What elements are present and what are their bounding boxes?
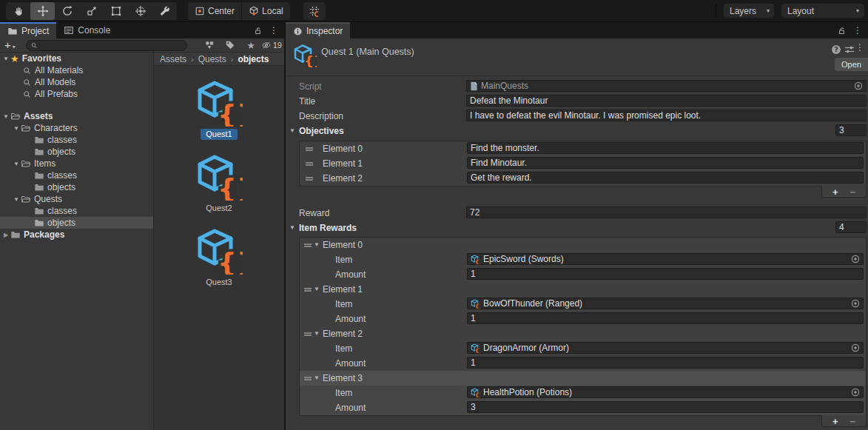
foldout-open-icon[interactable]: ▼: [1, 113, 10, 120]
objective-1-field[interactable]: Find Minotaur.: [467, 157, 864, 169]
rotate-tool-icon[interactable]: [55, 2, 79, 20]
remove-element-button[interactable]: −: [850, 417, 856, 426]
grid-snap-button[interactable]: [303, 2, 326, 20]
breadcrumb-segment[interactable]: Assets: [160, 54, 186, 64]
tree-item-items[interactable]: ▼ Items: [0, 158, 153, 169]
search-by-label-button[interactable]: [220, 39, 240, 52]
amount-field[interactable]: 1: [467, 312, 864, 324]
element-header[interactable]: ▼ Element 0: [300, 238, 866, 252]
title-field[interactable]: Defeat the Minotaur: [466, 95, 867, 107]
script-field[interactable]: MainQuests: [466, 80, 867, 92]
item-rewards-element-2[interactable]: ▼ Element 2 Item DragonArmor (Armor) Amo…: [300, 326, 866, 371]
objective-0-field[interactable]: Find the monster.: [467, 142, 864, 154]
tree-item-quests-classes[interactable]: classes: [0, 205, 153, 217]
add-element-button[interactable]: +: [832, 417, 838, 426]
description-field[interactable]: I have to defeat the evil Minotaur. I wa…: [466, 110, 867, 121]
tree-item-all-models[interactable]: All Models: [0, 76, 153, 88]
asset-item-quest3[interactable]: Quest3: [175, 227, 263, 289]
drag-handle-icon[interactable]: [306, 177, 313, 181]
tree-item-quests-objects[interactable]: objects: [0, 217, 153, 229]
reward-field[interactable]: 72: [466, 206, 867, 218]
rect-tool-icon[interactable]: [104, 2, 128, 20]
foldout-open-icon[interactable]: ▼: [314, 374, 320, 381]
item-rewards-size-field[interactable]: 4: [835, 221, 867, 233]
tree-item-characters-objects[interactable]: objects: [0, 146, 153, 158]
objectives-label[interactable]: Objectives: [299, 126, 344, 136]
element-header[interactable]: ▼ Element 2: [300, 326, 866, 341]
tab-console[interactable]: Console: [56, 22, 118, 38]
kebab-menu-icon[interactable]: ⋮: [853, 26, 862, 35]
item-object-field[interactable]: BowOfThunder (Ranged): [467, 298, 864, 309]
open-button[interactable]: Open: [835, 58, 868, 71]
objectives-size-field[interactable]: 3: [835, 124, 867, 136]
drag-handle-icon[interactable]: [304, 377, 312, 380]
layout-dropdown[interactable]: Layout ▾: [781, 4, 864, 18]
custom-tools-icon[interactable]: [152, 2, 177, 20]
add-element-button[interactable]: +: [832, 187, 838, 197]
foldout-open-icon[interactable]: ▼: [314, 241, 320, 248]
object-picker-icon[interactable]: [854, 81, 863, 90]
drag-handle-icon[interactable]: [306, 147, 313, 151]
create-add-button[interactable]: + ▾: [2, 40, 18, 50]
search-box[interactable]: [26, 40, 187, 51]
drag-handle-icon[interactable]: [306, 162, 313, 166]
amount-field[interactable]: 1: [467, 268, 864, 280]
amount-field[interactable]: 3: [467, 401, 864, 413]
drag-handle-icon[interactable]: [304, 243, 312, 247]
tab-project[interactable]: Project: [0, 22, 56, 38]
tab-inspector[interactable]: Inspector: [286, 22, 350, 38]
presets-icon[interactable]: [844, 44, 855, 55]
favorites-filter-button[interactable]: ★: [240, 39, 261, 52]
drag-handle-icon[interactable]: [304, 288, 312, 292]
breadcrumb-segment[interactable]: Quests: [198, 54, 226, 64]
item-rewards-element-3[interactable]: ▼ Element 3 Item HealthPotion (Potions) …: [300, 371, 866, 415]
kebab-menu-icon[interactable]: ⋮: [855, 43, 864, 52]
object-picker-icon[interactable]: [851, 255, 860, 263]
lock-icon[interactable]: [253, 26, 263, 36]
objectives-element-2[interactable]: Element 2 Get the reward.: [300, 171, 866, 186]
tree-item-items-objects[interactable]: objects: [0, 181, 153, 193]
tree-item-all-materials[interactable]: All Materials: [0, 64, 153, 76]
search-by-type-button[interactable]: [199, 39, 220, 52]
foldout-open-icon[interactable]: ▼: [12, 196, 21, 203]
scale-tool-icon[interactable]: [79, 2, 104, 20]
foldout-closed-icon[interactable]: ▶: [1, 232, 10, 238]
foldout-open-icon[interactable]: ▼: [12, 161, 21, 167]
move-tool-icon[interactable]: [30, 2, 55, 20]
foldout-open-icon[interactable]: ▼: [1, 56, 10, 62]
tree-item-packages[interactable]: ▶ Packages: [0, 229, 153, 241]
item-object-field[interactable]: DragonArmor (Armor): [467, 342, 864, 354]
orientation-toggle-button[interactable]: Local: [242, 2, 290, 20]
kebab-menu-icon[interactable]: ⋮: [269, 26, 278, 35]
layers-dropdown[interactable]: Layers ▾: [724, 4, 774, 18]
foldout-open-icon[interactable]: ▼: [289, 224, 295, 231]
transform-tool-icon[interactable]: [128, 2, 152, 20]
breadcrumb-segment[interactable]: objects: [238, 54, 269, 64]
item-object-field[interactable]: EpicSword (Swords): [467, 253, 864, 265]
lock-icon[interactable]: [837, 26, 847, 36]
item-object-field[interactable]: HealthPotion (Potions): [467, 386, 864, 398]
objectives-element-0[interactable]: Element 0 Find the monster.: [300, 141, 866, 156]
asset-item-quest2[interactable]: Quest2: [175, 153, 263, 215]
object-picker-icon[interactable]: [851, 388, 860, 397]
item-rewards-label[interactable]: Item Rewards: [299, 223, 357, 233]
hand-tool-icon[interactable]: [6, 2, 30, 20]
search-input[interactable]: [38, 41, 183, 50]
tree-item-characters-classes[interactable]: classes: [0, 134, 153, 146]
item-rewards-element-1[interactable]: ▼ Element 1 Item BowOfThunder (Ranged) A…: [300, 282, 866, 326]
tree-item-all-prefabs[interactable]: All Prefabs: [0, 88, 153, 100]
foldout-open-icon[interactable]: ▼: [314, 286, 320, 292]
element-header[interactable]: ▼ Element 1: [300, 282, 866, 297]
foldout-open-icon[interactable]: ▼: [314, 330, 320, 337]
help-icon[interactable]: ?: [831, 44, 841, 55]
object-picker-icon[interactable]: [851, 299, 860, 308]
tree-item-quests[interactable]: ▼ Quests: [0, 193, 153, 205]
remove-element-button[interactable]: −: [850, 187, 856, 197]
tree-item-items-classes[interactable]: classes: [0, 169, 153, 181]
object-picker-icon[interactable]: [851, 343, 860, 352]
pivot-toggle-button[interactable]: Center: [188, 2, 241, 20]
foldout-open-icon[interactable]: ▼: [12, 125, 21, 132]
hidden-count-button[interactable]: 19: [261, 39, 282, 52]
asset-item-quest1[interactable]: Quest1: [175, 79, 263, 141]
drag-handle-icon[interactable]: [304, 332, 312, 336]
